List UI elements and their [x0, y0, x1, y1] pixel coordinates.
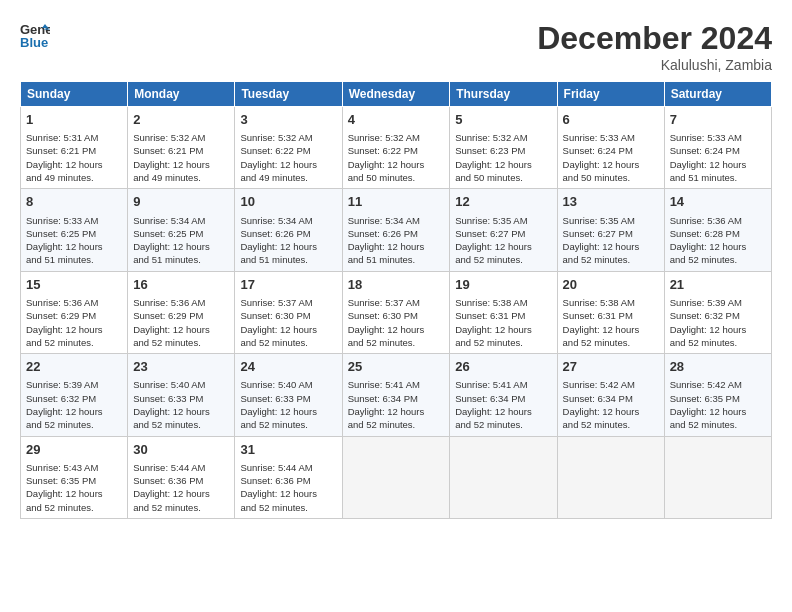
- day-info-line: Sunset: 6:34 PM: [563, 392, 659, 405]
- calendar-cell: 28Sunrise: 5:42 AMSunset: 6:35 PMDayligh…: [664, 354, 771, 436]
- calendar-cell: 29Sunrise: 5:43 AMSunset: 6:35 PMDayligh…: [21, 436, 128, 518]
- day-info-line: Daylight: 12 hours: [133, 240, 229, 253]
- calendar-cell: 14Sunrise: 5:36 AMSunset: 6:28 PMDayligh…: [664, 189, 771, 271]
- day-info-line: Daylight: 12 hours: [133, 323, 229, 336]
- calendar-cell: 3Sunrise: 5:32 AMSunset: 6:22 PMDaylight…: [235, 107, 342, 189]
- calendar-cell: 10Sunrise: 5:34 AMSunset: 6:26 PMDayligh…: [235, 189, 342, 271]
- day-info-line: Sunrise: 5:42 AM: [670, 378, 766, 391]
- day-info-line: Sunrise: 5:38 AM: [455, 296, 551, 309]
- day-info-line: Daylight: 12 hours: [670, 158, 766, 171]
- day-info-line: and 51 minutes.: [348, 253, 445, 266]
- day-info-line: Sunset: 6:21 PM: [133, 144, 229, 157]
- day-number: 10: [240, 193, 336, 211]
- day-info-line: Sunrise: 5:44 AM: [133, 461, 229, 474]
- calendar-cell: 16Sunrise: 5:36 AMSunset: 6:29 PMDayligh…: [128, 271, 235, 353]
- day-number: 22: [26, 358, 122, 376]
- subtitle: Kalulushi, Zambia: [537, 57, 772, 73]
- day-number: 9: [133, 193, 229, 211]
- day-info-line: Sunset: 6:35 PM: [26, 474, 122, 487]
- day-number: 18: [348, 276, 445, 294]
- day-info-line: and 52 minutes.: [563, 418, 659, 431]
- day-number: 11: [348, 193, 445, 211]
- col-sunday: Sunday: [21, 82, 128, 107]
- calendar-cell: 22Sunrise: 5:39 AMSunset: 6:32 PMDayligh…: [21, 354, 128, 436]
- day-info-line: and 50 minutes.: [455, 171, 551, 184]
- day-number: 20: [563, 276, 659, 294]
- day-info-line: Daylight: 12 hours: [240, 323, 336, 336]
- day-number: 21: [670, 276, 766, 294]
- day-info-line: Daylight: 12 hours: [240, 158, 336, 171]
- calendar-week-1: 1Sunrise: 5:31 AMSunset: 6:21 PMDaylight…: [21, 107, 772, 189]
- day-info-line: and 52 minutes.: [348, 336, 445, 349]
- day-number: 16: [133, 276, 229, 294]
- calendar-week-5: 29Sunrise: 5:43 AMSunset: 6:35 PMDayligh…: [21, 436, 772, 518]
- day-info-line: Sunset: 6:29 PM: [26, 309, 122, 322]
- calendar-cell: [450, 436, 557, 518]
- day-info-line: Sunrise: 5:33 AM: [563, 131, 659, 144]
- day-info-line: Sunset: 6:36 PM: [133, 474, 229, 487]
- day-info-line: Sunset: 6:36 PM: [240, 474, 336, 487]
- day-info-line: Sunrise: 5:40 AM: [240, 378, 336, 391]
- calendar-cell: 13Sunrise: 5:35 AMSunset: 6:27 PMDayligh…: [557, 189, 664, 271]
- day-info-line: and 52 minutes.: [670, 253, 766, 266]
- calendar-cell: 18Sunrise: 5:37 AMSunset: 6:30 PMDayligh…: [342, 271, 450, 353]
- day-number: 28: [670, 358, 766, 376]
- calendar-cell: 2Sunrise: 5:32 AMSunset: 6:21 PMDaylight…: [128, 107, 235, 189]
- day-info-line: Daylight: 12 hours: [455, 405, 551, 418]
- day-info-line: and 52 minutes.: [455, 253, 551, 266]
- day-info-line: Sunrise: 5:36 AM: [26, 296, 122, 309]
- calendar-cell: 8Sunrise: 5:33 AMSunset: 6:25 PMDaylight…: [21, 189, 128, 271]
- day-info-line: Sunrise: 5:31 AM: [26, 131, 122, 144]
- day-number: 26: [455, 358, 551, 376]
- day-info-line: Sunrise: 5:43 AM: [26, 461, 122, 474]
- day-info-line: Sunset: 6:26 PM: [240, 227, 336, 240]
- day-info-line: Daylight: 12 hours: [348, 323, 445, 336]
- day-info-line: and 52 minutes.: [670, 336, 766, 349]
- day-info-line: Sunrise: 5:39 AM: [670, 296, 766, 309]
- day-info-line: Sunrise: 5:37 AM: [348, 296, 445, 309]
- day-info-line: Daylight: 12 hours: [26, 158, 122, 171]
- svg-text:Blue: Blue: [20, 35, 48, 50]
- day-info-line: Daylight: 12 hours: [26, 240, 122, 253]
- day-info-line: and 52 minutes.: [133, 336, 229, 349]
- day-info-line: Sunrise: 5:32 AM: [348, 131, 445, 144]
- day-info-line: Sunset: 6:32 PM: [670, 309, 766, 322]
- day-info-line: Daylight: 12 hours: [348, 240, 445, 253]
- day-number: 15: [26, 276, 122, 294]
- day-info-line: and 51 minutes.: [240, 253, 336, 266]
- day-info-line: and 52 minutes.: [455, 336, 551, 349]
- day-info-line: Sunset: 6:33 PM: [240, 392, 336, 405]
- calendar-cell: 25Sunrise: 5:41 AMSunset: 6:34 PMDayligh…: [342, 354, 450, 436]
- day-number: 7: [670, 111, 766, 129]
- day-info-line: and 51 minutes.: [26, 253, 122, 266]
- calendar-cell: 15Sunrise: 5:36 AMSunset: 6:29 PMDayligh…: [21, 271, 128, 353]
- day-info-line: Sunset: 6:22 PM: [348, 144, 445, 157]
- col-saturday: Saturday: [664, 82, 771, 107]
- day-number: 30: [133, 441, 229, 459]
- calendar-cell: 9Sunrise: 5:34 AMSunset: 6:25 PMDaylight…: [128, 189, 235, 271]
- calendar-cell: 19Sunrise: 5:38 AMSunset: 6:31 PMDayligh…: [450, 271, 557, 353]
- day-info-line: and 50 minutes.: [563, 171, 659, 184]
- calendar-cell: 23Sunrise: 5:40 AMSunset: 6:33 PMDayligh…: [128, 354, 235, 436]
- day-info-line: and 52 minutes.: [240, 501, 336, 514]
- day-number: 25: [348, 358, 445, 376]
- day-number: 2: [133, 111, 229, 129]
- day-info-line: Sunset: 6:31 PM: [563, 309, 659, 322]
- day-info-line: Daylight: 12 hours: [455, 323, 551, 336]
- day-info-line: Sunrise: 5:44 AM: [240, 461, 336, 474]
- day-info-line: Sunset: 6:35 PM: [670, 392, 766, 405]
- day-info-line: and 52 minutes.: [670, 418, 766, 431]
- day-number: 31: [240, 441, 336, 459]
- calendar-cell: 17Sunrise: 5:37 AMSunset: 6:30 PMDayligh…: [235, 271, 342, 353]
- day-number: 4: [348, 111, 445, 129]
- day-number: 3: [240, 111, 336, 129]
- day-info-line: Daylight: 12 hours: [348, 405, 445, 418]
- day-info-line: and 52 minutes.: [26, 418, 122, 431]
- page: General Blue December 2024 Kalulushi, Za…: [0, 0, 792, 529]
- calendar-cell: 26Sunrise: 5:41 AMSunset: 6:34 PMDayligh…: [450, 354, 557, 436]
- day-info-line: Sunrise: 5:35 AM: [455, 214, 551, 227]
- calendar-cell: [342, 436, 450, 518]
- day-number: 29: [26, 441, 122, 459]
- day-info-line: and 51 minutes.: [670, 171, 766, 184]
- day-info-line: Daylight: 12 hours: [670, 240, 766, 253]
